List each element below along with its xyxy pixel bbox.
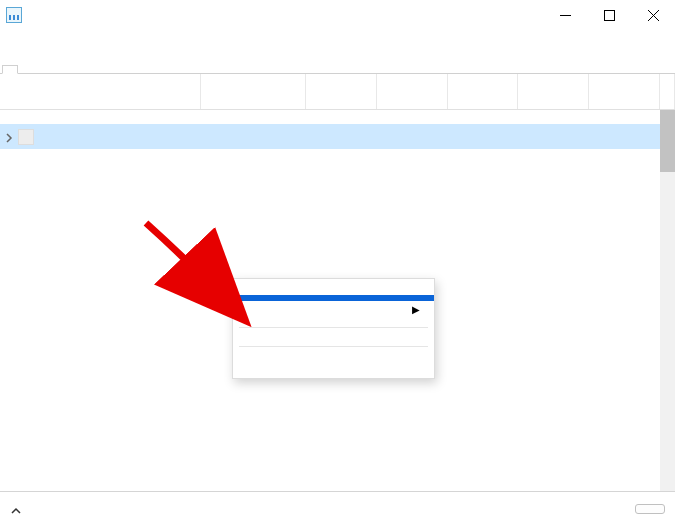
chevron-right-icon[interactable] — [4, 132, 14, 142]
col-network[interactable] — [518, 74, 589, 109]
col-disk[interactable] — [448, 74, 519, 109]
menu-bar — [0, 30, 675, 50]
app-icon — [6, 7, 22, 23]
tab-performance[interactable] — [18, 66, 32, 73]
ctx-resource-values[interactable]: ▶ — [233, 301, 434, 318]
ctx-separator — [239, 346, 428, 347]
group-apps[interactable] — [0, 110, 660, 124]
ctx-provide-feedback[interactable] — [233, 318, 434, 324]
context-menu: ▶ — [232, 278, 435, 379]
group-background[interactable] — [0, 149, 660, 163]
tab-services[interactable] — [88, 66, 102, 73]
maximize-button[interactable] — [587, 0, 631, 30]
end-task-button[interactable] — [635, 504, 665, 514]
col-gpu[interactable] — [589, 74, 660, 109]
process-icon — [18, 129, 34, 145]
row-ferdi[interactable] — [0, 124, 660, 149]
column-headers — [0, 74, 675, 110]
col-status[interactable] — [201, 74, 306, 109]
window-controls — [543, 0, 675, 30]
vertical-scrollbar[interactable] — [660, 110, 675, 497]
col-gpu-engine[interactable] — [660, 74, 675, 109]
ctx-create-dump — [233, 337, 434, 343]
tab-details[interactable] — [74, 66, 88, 73]
tab-processes[interactable] — [2, 65, 18, 74]
minimize-button[interactable] — [543, 0, 587, 30]
process-list-area: ▶ — [0, 110, 675, 515]
vertical-scroll-thumb[interactable] — [660, 110, 675, 172]
col-memory[interactable] — [377, 74, 448, 109]
tab-startup[interactable] — [46, 66, 60, 73]
tab-strip — [0, 50, 675, 74]
ctx-properties — [233, 368, 434, 374]
tab-users[interactable] — [60, 66, 74, 73]
ctx-separator — [239, 327, 428, 328]
chevron-right-icon: ▶ — [412, 304, 420, 315]
footer — [0, 491, 675, 525]
col-cpu[interactable] — [306, 74, 377, 109]
chevron-up-icon[interactable] — [10, 503, 22, 515]
svg-rect-0 — [604, 10, 614, 20]
tab-app-history[interactable] — [32, 66, 46, 73]
title-bar — [0, 0, 675, 30]
col-name[interactable] — [0, 74, 201, 109]
close-button[interactable] — [631, 0, 675, 30]
